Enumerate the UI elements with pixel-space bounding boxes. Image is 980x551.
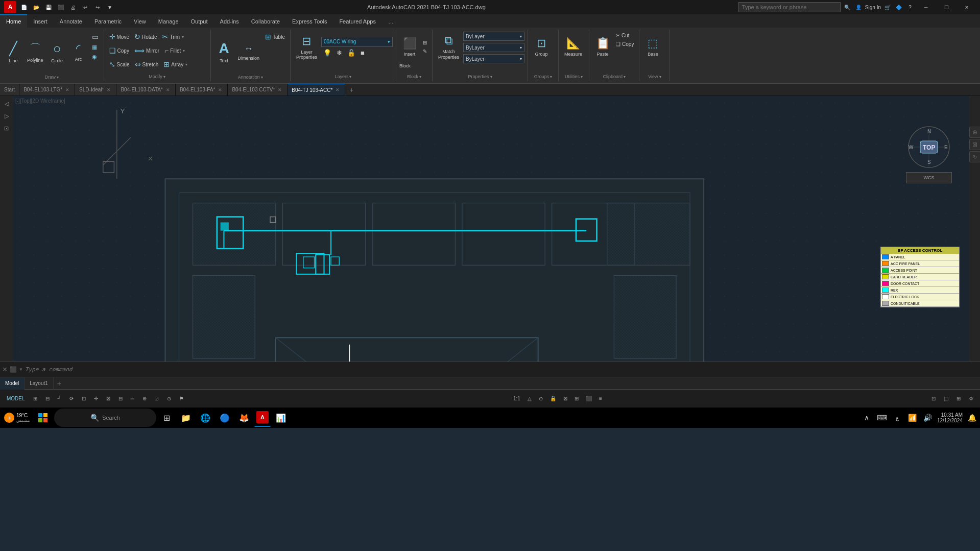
cut-button[interactable]: ✂Cut bbox=[614, 32, 636, 39]
rotate-button[interactable]: ↻ Rotate bbox=[132, 32, 159, 42]
layer-props-big[interactable]: ⊟ LayerProperties bbox=[294, 32, 320, 62]
polyline-button[interactable]: ⌒ Polyline bbox=[25, 32, 46, 73]
help-icon[interactable]: ? bbox=[905, 3, 915, 12]
array-button[interactable]: ⊞ Array ▾ bbox=[161, 59, 190, 69]
tray-keyboard-icon[interactable]: ⌨ bbox=[876, 412, 888, 424]
dyn-btn[interactable]: ⊟ bbox=[116, 395, 125, 402]
viewport-tools-btn[interactable]: ⬚ bbox=[941, 395, 951, 402]
group-button[interactable]: ⊡ Group bbox=[531, 32, 552, 62]
tab-addins[interactable]: Add-ins bbox=[214, 14, 245, 28]
cust-btn[interactable]: ≡ bbox=[596, 395, 605, 402]
arc-button[interactable]: ◜ Arc bbox=[68, 32, 89, 73]
anno-vis-btn[interactable]: △ bbox=[525, 395, 534, 402]
qa-print[interactable]: 🖨 bbox=[68, 3, 78, 12]
cmd-dropdown-icon[interactable]: ▼ bbox=[19, 367, 23, 372]
tray-up-icon[interactable]: ∧ bbox=[861, 412, 873, 424]
layout-tab-model[interactable]: Model bbox=[0, 377, 25, 390]
close-ltg[interactable]: ✕ bbox=[64, 87, 70, 93]
file-explorer-btn[interactable]: 📁 bbox=[177, 409, 195, 427]
cmd-expand-icon[interactable]: ⬛ bbox=[10, 366, 17, 373]
tray-eng-icon[interactable]: ع bbox=[891, 412, 903, 424]
osnap-btn[interactable]: ⊡ bbox=[79, 395, 88, 402]
otrack-btn[interactable]: ✛ bbox=[91, 395, 101, 402]
base-button[interactable]: ⬚ Base bbox=[642, 32, 663, 62]
close-button[interactable]: ✕ bbox=[958, 0, 976, 14]
firefox-btn[interactable]: 🦊 bbox=[235, 409, 253, 427]
tab-view[interactable]: View bbox=[128, 14, 152, 28]
trim-button[interactable]: ✂ Trim ▾ bbox=[160, 32, 186, 42]
pan-tool[interactable]: ⊕ bbox=[969, 127, 981, 138]
anno-mon-btn[interactable]: ⚑ bbox=[177, 395, 186, 402]
tab-parametric[interactable]: Parametric bbox=[88, 14, 128, 28]
text-button[interactable]: A Text bbox=[214, 32, 234, 73]
tpsnap-btn[interactable]: ⊕ bbox=[140, 395, 149, 402]
cad-drawing[interactable]: Y × bbox=[13, 96, 980, 362]
draw-group-label[interactable]: Draw▾ bbox=[2, 74, 102, 81]
collab-icon[interactable]: 🔷 bbox=[894, 3, 903, 12]
close-acc[interactable]: ✕ bbox=[334, 87, 341, 93]
mirror-button[interactable]: ⟺ Mirror bbox=[132, 45, 161, 56]
qa-saveas[interactable]: ⬛ bbox=[56, 3, 65, 12]
qa-save[interactable]: 💾 bbox=[44, 3, 53, 12]
hatch-button[interactable]: ▦ bbox=[90, 43, 101, 52]
chrome-btn[interactable]: 🔵 bbox=[216, 409, 234, 427]
command-input[interactable] bbox=[25, 366, 978, 373]
move-button[interactable]: ✛ Move bbox=[107, 32, 131, 42]
doc-tab-data[interactable]: B04-EL103-DATA* ✕ bbox=[116, 84, 175, 96]
utilities-group-label[interactable]: Utilities▾ bbox=[561, 73, 587, 80]
model-btn[interactable]: MODEL bbox=[4, 395, 28, 402]
copy-button[interactable]: ❑ Copy bbox=[107, 45, 131, 56]
tab-collaborate[interactable]: Collaborate bbox=[245, 14, 286, 28]
restore-button[interactable]: ☐ bbox=[937, 0, 955, 14]
tray-time[interactable]: 10:31 AM 12/12/2024 bbox=[937, 412, 963, 423]
minimize-button[interactable]: ─ bbox=[917, 0, 935, 14]
tray-volume-icon[interactable]: 🔊 bbox=[922, 412, 934, 424]
layout-tab-layout1[interactable]: Layout1 bbox=[25, 377, 54, 390]
block-group-label[interactable]: Block▾ bbox=[398, 73, 430, 80]
notification-icon[interactable]: 🔔 bbox=[966, 412, 978, 424]
add-document-tab[interactable]: + bbox=[345, 86, 357, 94]
edit-block-btn[interactable]: ✎ bbox=[421, 47, 429, 55]
doc-tab-sld[interactable]: SLD-Ideal* ✕ bbox=[75, 84, 116, 96]
line-button[interactable]: ╱ Line bbox=[3, 32, 23, 73]
measure-button[interactable]: 📐 Measure bbox=[562, 32, 585, 62]
tab-output[interactable]: Output bbox=[185, 14, 214, 28]
autocad-icon[interactable]: A bbox=[4, 1, 16, 13]
anno-scale-btn[interactable]: 1:1 bbox=[511, 395, 523, 402]
grid-btn[interactable]: ⊞ bbox=[31, 395, 40, 402]
wcs-badge[interactable]: WCS bbox=[906, 172, 952, 183]
qa-open[interactable]: 📂 bbox=[32, 3, 41, 12]
lweight-btn[interactable]: ═ bbox=[128, 395, 137, 402]
layer-color-icon[interactable]: ■ bbox=[358, 48, 367, 58]
doc-tab-ltg[interactable]: B04-EL103-LTG* ✕ bbox=[19, 84, 75, 96]
doc-tab-cctv[interactable]: B04-EL103 CCTV* ✕ bbox=[228, 84, 288, 96]
ducs-btn[interactable]: ⊠ bbox=[104, 395, 113, 402]
tab-insert[interactable]: Insert bbox=[27, 14, 54, 28]
nav-bar-btn[interactable]: ⊡ bbox=[929, 395, 938, 402]
left-tool-2[interactable]: ▷ bbox=[1, 110, 12, 122]
search-icon[interactable]: 🔍 bbox=[843, 3, 852, 12]
layers-group-label[interactable]: Layers▾ bbox=[293, 73, 394, 80]
zoom-tool[interactable]: ⊠ bbox=[969, 139, 981, 150]
sel-cycle-btn[interactable]: ⊙ bbox=[164, 395, 174, 402]
compass-widget[interactable]: N S E W TOP WCS bbox=[906, 124, 952, 180]
qa-dropdown[interactable]: ▼ bbox=[105, 3, 114, 12]
lock-ui-btn[interactable]: 🔓 bbox=[547, 395, 559, 402]
cmd-close-btn[interactable]: ✕ bbox=[2, 366, 8, 373]
close-fa[interactable]: ✕ bbox=[217, 87, 223, 93]
gradient-button[interactable]: ◉ bbox=[90, 53, 101, 61]
layer-dropdown[interactable]: 00ACC Wiring▾ bbox=[321, 37, 393, 47]
add-layout-tab[interactable]: + bbox=[54, 377, 65, 390]
graphics-btn[interactable]: ⊞ bbox=[572, 395, 581, 402]
groups-group-label[interactable]: Groups▾ bbox=[530, 73, 556, 80]
snap-btn[interactable]: ⊟ bbox=[43, 395, 52, 402]
tab-annotate[interactable]: Annotate bbox=[54, 14, 88, 28]
doc-tab-acc[interactable]: B04-TJ 103-ACC* ✕ bbox=[288, 84, 345, 96]
polar-btn[interactable]: ⟳ bbox=[67, 395, 76, 402]
rectangle-button[interactable]: ▭ bbox=[90, 32, 101, 42]
dimension-button[interactable]: ↔ Dimension bbox=[235, 32, 262, 73]
close-data[interactable]: ✕ bbox=[165, 87, 171, 93]
copy-clip-button[interactable]: ❑Copy bbox=[614, 40, 636, 48]
color-dropdown[interactable]: ByLayer▾ bbox=[463, 32, 524, 41]
viewport[interactable]: [-][Top][2D Wireframe] Y × bbox=[13, 96, 980, 362]
